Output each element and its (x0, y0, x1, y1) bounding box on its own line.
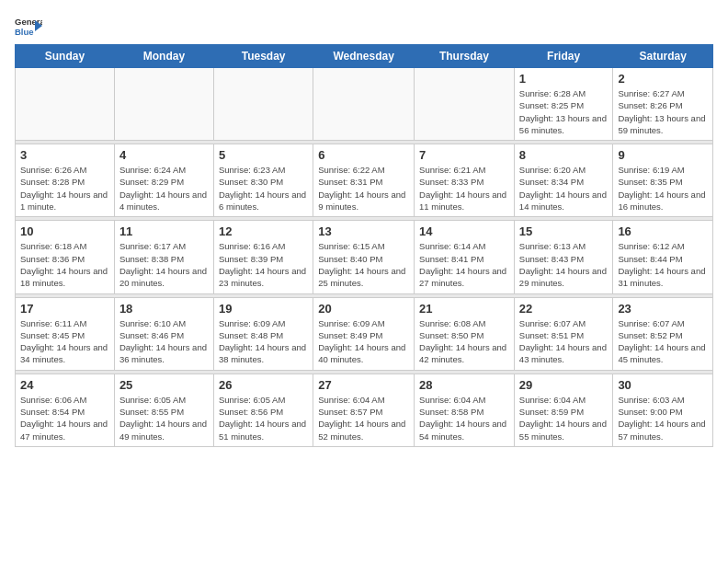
day-info: Sunrise: 6:09 AM Sunset: 8:49 PM Dayligh… (318, 317, 409, 366)
day-info: Sunrise: 6:28 AM Sunset: 8:25 PM Dayligh… (519, 87, 609, 136)
calendar: SundayMondayTuesdayWednesdayThursdayFrid… (15, 44, 713, 447)
day-info: Sunrise: 6:15 AM Sunset: 8:40 PM Dayligh… (318, 240, 409, 289)
day-number: 17 (20, 302, 109, 316)
calendar-cell: 28Sunrise: 6:04 AM Sunset: 8:58 PM Dayli… (415, 373, 515, 446)
calendar-cell (16, 68, 115, 141)
calendar-cell: 6Sunrise: 6:22 AM Sunset: 8:31 PM Daylig… (313, 144, 415, 217)
day-number: 30 (618, 378, 708, 392)
day-number: 2 (618, 72, 708, 86)
calendar-cell (313, 68, 415, 141)
calendar-cell: 8Sunrise: 6:20 AM Sunset: 8:34 PM Daylig… (514, 144, 613, 217)
day-info: Sunrise: 6:17 AM Sunset: 8:38 PM Dayligh… (119, 240, 209, 289)
calendar-cell: 22Sunrise: 6:07 AM Sunset: 8:51 PM Dayli… (514, 297, 613, 370)
calendar-cell: 25Sunrise: 6:05 AM Sunset: 8:55 PM Dayli… (114, 373, 213, 446)
day-info: Sunrise: 6:04 AM Sunset: 8:59 PM Dayligh… (519, 394, 609, 442)
day-number: 26 (219, 378, 308, 392)
calendar-cell: 27Sunrise: 6:04 AM Sunset: 8:57 PM Dayli… (313, 373, 415, 446)
day-info: Sunrise: 6:12 AM Sunset: 8:44 PM Dayligh… (618, 240, 708, 289)
day-number: 7 (419, 148, 509, 162)
day-number: 3 (20, 148, 109, 162)
day-info: Sunrise: 6:08 AM Sunset: 8:50 PM Dayligh… (419, 317, 509, 366)
calendar-cell: 13Sunrise: 6:15 AM Sunset: 8:40 PM Dayli… (313, 221, 415, 293)
day-info: Sunrise: 6:06 AM Sunset: 8:54 PM Dayligh… (20, 394, 109, 442)
calendar-cell: 5Sunrise: 6:23 AM Sunset: 8:30 PM Daylig… (213, 144, 313, 217)
day-info: Sunrise: 6:05 AM Sunset: 8:56 PM Dayligh… (219, 394, 308, 442)
day-info: Sunrise: 6:26 AM Sunset: 8:28 PM Dayligh… (20, 164, 109, 213)
calendar-cell: 19Sunrise: 6:09 AM Sunset: 8:48 PM Dayli… (213, 297, 313, 370)
calendar-cell: 17Sunrise: 6:11 AM Sunset: 8:45 PM Dayli… (16, 297, 115, 370)
calendar-cell (114, 68, 213, 141)
calendar-cell: 18Sunrise: 6:10 AM Sunset: 8:46 PM Dayli… (114, 297, 213, 370)
calendar-cell: 20Sunrise: 6:09 AM Sunset: 8:49 PM Dayli… (313, 297, 415, 370)
day-info: Sunrise: 6:22 AM Sunset: 8:31 PM Dayligh… (318, 164, 409, 213)
day-number: 27 (318, 378, 409, 392)
day-info: Sunrise: 6:13 AM Sunset: 8:43 PM Dayligh… (519, 240, 609, 289)
day-info: Sunrise: 6:09 AM Sunset: 8:48 PM Dayligh… (219, 317, 308, 366)
day-header-monday: Monday (114, 45, 213, 68)
calendar-week-1: 1Sunrise: 6:28 AM Sunset: 8:25 PM Daylig… (16, 68, 713, 141)
day-number: 23 (618, 302, 708, 316)
day-number: 19 (219, 302, 308, 316)
day-number: 16 (618, 224, 708, 238)
day-info: Sunrise: 6:24 AM Sunset: 8:29 PM Dayligh… (119, 164, 209, 213)
day-number: 15 (519, 224, 609, 238)
calendar-cell: 11Sunrise: 6:17 AM Sunset: 8:38 PM Dayli… (114, 221, 213, 293)
day-number: 9 (618, 148, 708, 162)
calendar-cell: 24Sunrise: 6:06 AM Sunset: 8:54 PM Dayli… (16, 373, 115, 446)
day-header-tuesday: Tuesday (213, 45, 313, 68)
day-header-sunday: Sunday (16, 45, 115, 68)
day-number: 22 (519, 302, 609, 316)
calendar-week-5: 24Sunrise: 6:06 AM Sunset: 8:54 PM Dayli… (16, 373, 713, 446)
calendar-cell: 7Sunrise: 6:21 AM Sunset: 8:33 PM Daylig… (415, 144, 515, 217)
day-info: Sunrise: 6:23 AM Sunset: 8:30 PM Dayligh… (219, 164, 308, 213)
day-info: Sunrise: 6:21 AM Sunset: 8:33 PM Dayligh… (419, 164, 509, 213)
calendar-cell: 21Sunrise: 6:08 AM Sunset: 8:50 PM Dayli… (415, 297, 515, 370)
calendar-cell: 30Sunrise: 6:03 AM Sunset: 9:00 PM Dayli… (613, 373, 713, 446)
logo: General Blue (15, 15, 42, 37)
day-info: Sunrise: 6:18 AM Sunset: 8:36 PM Dayligh… (20, 240, 109, 289)
calendar-cell: 4Sunrise: 6:24 AM Sunset: 8:29 PM Daylig… (114, 144, 213, 217)
day-info: Sunrise: 6:20 AM Sunset: 8:34 PM Dayligh… (519, 164, 609, 213)
calendar-cell: 12Sunrise: 6:16 AM Sunset: 8:39 PM Dayli… (213, 221, 313, 293)
calendar-cell: 9Sunrise: 6:19 AM Sunset: 8:35 PM Daylig… (613, 144, 713, 217)
calendar-cell: 2Sunrise: 6:27 AM Sunset: 8:26 PM Daylig… (613, 68, 713, 141)
calendar-cell: 10Sunrise: 6:18 AM Sunset: 8:36 PM Dayli… (16, 221, 115, 293)
day-number: 20 (318, 302, 409, 316)
calendar-week-2: 3Sunrise: 6:26 AM Sunset: 8:28 PM Daylig… (16, 144, 713, 217)
svg-text:Blue: Blue (15, 27, 34, 37)
calendar-cell (213, 68, 313, 141)
day-header-wednesday: Wednesday (313, 45, 415, 68)
day-info: Sunrise: 6:10 AM Sunset: 8:46 PM Dayligh… (119, 317, 209, 366)
day-number: 8 (519, 148, 609, 162)
calendar-week-4: 17Sunrise: 6:11 AM Sunset: 8:45 PM Dayli… (16, 297, 713, 370)
day-header-thursday: Thursday (415, 45, 515, 68)
day-number: 4 (119, 148, 209, 162)
calendar-cell: 26Sunrise: 6:05 AM Sunset: 8:56 PM Dayli… (213, 373, 313, 446)
logo-svg: General Blue (15, 15, 42, 37)
calendar-week-3: 10Sunrise: 6:18 AM Sunset: 8:36 PM Dayli… (16, 221, 713, 293)
calendar-header-row: SundayMondayTuesdayWednesdayThursdayFrid… (16, 45, 713, 68)
day-number: 1 (519, 72, 609, 86)
page-header: General Blue (15, 15, 713, 37)
day-number: 13 (318, 224, 409, 238)
day-number: 10 (20, 224, 109, 238)
calendar-cell: 23Sunrise: 6:07 AM Sunset: 8:52 PM Dayli… (613, 297, 713, 370)
day-number: 25 (119, 378, 209, 392)
day-number: 18 (119, 302, 209, 316)
day-info: Sunrise: 6:11 AM Sunset: 8:45 PM Dayligh… (20, 317, 109, 366)
day-info: Sunrise: 6:05 AM Sunset: 8:55 PM Dayligh… (119, 394, 209, 442)
day-info: Sunrise: 6:14 AM Sunset: 8:41 PM Dayligh… (419, 240, 509, 289)
day-info: Sunrise: 6:03 AM Sunset: 9:00 PM Dayligh… (618, 394, 708, 442)
day-number: 24 (20, 378, 109, 392)
day-number: 14 (419, 224, 509, 238)
day-info: Sunrise: 6:27 AM Sunset: 8:26 PM Dayligh… (618, 87, 708, 136)
day-info: Sunrise: 6:07 AM Sunset: 8:51 PM Dayligh… (519, 317, 609, 366)
day-number: 5 (219, 148, 308, 162)
day-info: Sunrise: 6:16 AM Sunset: 8:39 PM Dayligh… (219, 240, 308, 289)
day-number: 11 (119, 224, 209, 238)
calendar-cell: 1Sunrise: 6:28 AM Sunset: 8:25 PM Daylig… (514, 68, 613, 141)
day-header-friday: Friday (514, 45, 613, 68)
calendar-cell: 16Sunrise: 6:12 AM Sunset: 8:44 PM Dayli… (613, 221, 713, 293)
day-number: 6 (318, 148, 409, 162)
calendar-cell: 15Sunrise: 6:13 AM Sunset: 8:43 PM Dayli… (514, 221, 613, 293)
